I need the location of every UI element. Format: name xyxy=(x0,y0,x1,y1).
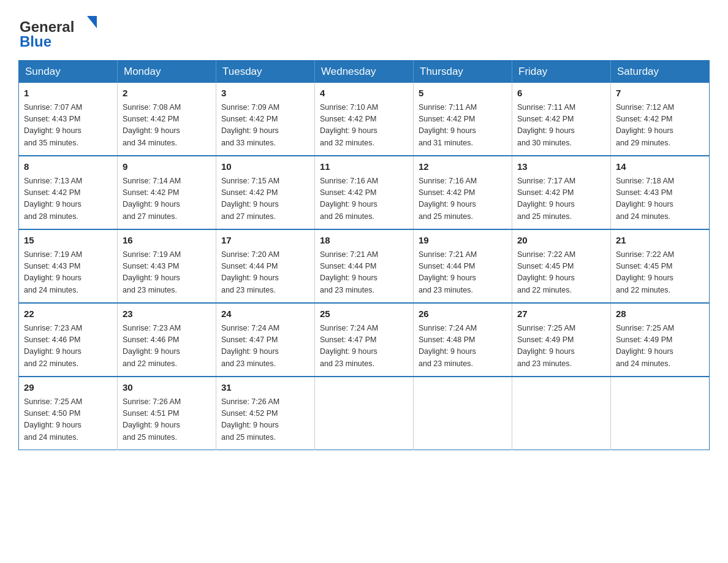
day-number: 20 xyxy=(517,234,605,248)
calendar-cell: 20Sunrise: 7:22 AMSunset: 4:45 PMDayligh… xyxy=(512,229,611,303)
day-info: Sunrise: 7:22 AMSunset: 4:45 PMDaylight:… xyxy=(517,249,605,297)
calendar-cell: 4Sunrise: 7:10 AMSunset: 4:42 PMDaylight… xyxy=(315,83,414,156)
calendar-cell: 29Sunrise: 7:25 AMSunset: 4:50 PMDayligh… xyxy=(19,377,118,450)
day-number: 25 xyxy=(320,307,408,321)
calendar-cell: 27Sunrise: 7:25 AMSunset: 4:49 PMDayligh… xyxy=(512,303,611,377)
day-number: 9 xyxy=(123,160,211,174)
day-number: 31 xyxy=(221,381,309,395)
calendar-cell xyxy=(315,377,414,450)
calendar-cell: 22Sunrise: 7:23 AMSunset: 4:46 PMDayligh… xyxy=(19,303,118,377)
calendar-cell: 13Sunrise: 7:17 AMSunset: 4:42 PMDayligh… xyxy=(512,156,611,229)
day-info: Sunrise: 7:21 AMSunset: 4:44 PMDaylight:… xyxy=(419,249,507,297)
week-row-5: 29Sunrise: 7:25 AMSunset: 4:50 PMDayligh… xyxy=(19,377,710,450)
weekday-header-row: SundayMondayTuesdayWednesdayThursdayFrid… xyxy=(19,61,710,83)
day-number: 27 xyxy=(517,307,605,321)
day-number: 24 xyxy=(221,307,309,321)
week-row-2: 8Sunrise: 7:13 AMSunset: 4:42 PMDaylight… xyxy=(19,156,710,229)
day-info: Sunrise: 7:16 AMSunset: 4:42 PMDaylight:… xyxy=(320,175,408,223)
calendar-cell: 24Sunrise: 7:24 AMSunset: 4:47 PMDayligh… xyxy=(216,303,315,377)
day-info: Sunrise: 7:19 AMSunset: 4:43 PMDaylight:… xyxy=(123,249,211,297)
weekday-header-thursday: Thursday xyxy=(414,61,512,83)
day-number: 29 xyxy=(24,381,112,395)
day-info: Sunrise: 7:11 AMSunset: 4:42 PMDaylight:… xyxy=(517,102,605,150)
calendar-cell: 2Sunrise: 7:08 AMSunset: 4:42 PMDaylight… xyxy=(118,83,216,156)
day-number: 23 xyxy=(123,307,211,321)
day-number: 13 xyxy=(517,160,605,174)
calendar-cell: 11Sunrise: 7:16 AMSunset: 4:42 PMDayligh… xyxy=(315,156,414,229)
day-info: Sunrise: 7:23 AMSunset: 4:46 PMDaylight:… xyxy=(24,323,112,370)
day-info: Sunrise: 7:08 AMSunset: 4:42 PMDaylight:… xyxy=(123,102,211,150)
calendar-cell: 6Sunrise: 7:11 AMSunset: 4:42 PMDaylight… xyxy=(512,83,611,156)
day-number: 7 xyxy=(616,86,704,101)
calendar-cell: 26Sunrise: 7:24 AMSunset: 4:48 PMDayligh… xyxy=(414,303,512,377)
day-info: Sunrise: 7:25 AMSunset: 4:50 PMDaylight:… xyxy=(24,396,112,444)
calendar-cell: 25Sunrise: 7:24 AMSunset: 4:47 PMDayligh… xyxy=(315,303,414,377)
week-row-4: 22Sunrise: 7:23 AMSunset: 4:46 PMDayligh… xyxy=(19,303,710,377)
svg-marker-1 xyxy=(87,16,97,28)
day-number: 11 xyxy=(320,160,408,174)
day-info: Sunrise: 7:15 AMSunset: 4:42 PMDaylight:… xyxy=(221,175,309,223)
calendar-cell: 17Sunrise: 7:20 AMSunset: 4:44 PMDayligh… xyxy=(216,229,315,303)
calendar-cell: 9Sunrise: 7:14 AMSunset: 4:42 PMDaylight… xyxy=(118,156,216,229)
day-number: 30 xyxy=(123,381,211,395)
day-number: 26 xyxy=(419,307,507,321)
calendar-cell: 7Sunrise: 7:12 AMSunset: 4:42 PMDaylight… xyxy=(611,83,710,156)
calendar-cell: 19Sunrise: 7:21 AMSunset: 4:44 PMDayligh… xyxy=(414,229,512,303)
day-number: 6 xyxy=(517,86,605,101)
day-number: 10 xyxy=(221,160,309,174)
week-row-1: 1Sunrise: 7:07 AMSunset: 4:43 PMDaylight… xyxy=(19,83,710,156)
day-info: Sunrise: 7:20 AMSunset: 4:44 PMDaylight:… xyxy=(221,249,309,297)
day-info: Sunrise: 7:11 AMSunset: 4:42 PMDaylight:… xyxy=(419,102,507,150)
calendar-cell: 23Sunrise: 7:23 AMSunset: 4:46 PMDayligh… xyxy=(118,303,216,377)
day-info: Sunrise: 7:24 AMSunset: 4:47 PMDaylight:… xyxy=(221,323,309,370)
page-header: General Blue xyxy=(18,12,710,49)
weekday-header-sunday: Sunday xyxy=(19,61,118,83)
calendar-cell: 30Sunrise: 7:26 AMSunset: 4:51 PMDayligh… xyxy=(118,377,216,450)
logo-svg: General Blue xyxy=(18,12,104,49)
calendar-cell: 3Sunrise: 7:09 AMSunset: 4:42 PMDaylight… xyxy=(216,83,315,156)
calendar-cell: 10Sunrise: 7:15 AMSunset: 4:42 PMDayligh… xyxy=(216,156,315,229)
calendar-cell: 14Sunrise: 7:18 AMSunset: 4:43 PMDayligh… xyxy=(611,156,710,229)
day-info: Sunrise: 7:26 AMSunset: 4:51 PMDaylight:… xyxy=(123,396,211,444)
day-number: 2 xyxy=(123,86,211,101)
day-number: 1 xyxy=(24,86,112,101)
day-info: Sunrise: 7:16 AMSunset: 4:42 PMDaylight:… xyxy=(419,175,507,223)
weekday-header-wednesday: Wednesday xyxy=(315,61,414,83)
day-info: Sunrise: 7:19 AMSunset: 4:43 PMDaylight:… xyxy=(24,249,112,297)
svg-text:General: General xyxy=(20,18,74,35)
calendar-cell xyxy=(414,377,512,450)
calendar-cell: 18Sunrise: 7:21 AMSunset: 4:44 PMDayligh… xyxy=(315,229,414,303)
calendar-cell xyxy=(611,377,710,450)
calendar-cell: 31Sunrise: 7:26 AMSunset: 4:52 PMDayligh… xyxy=(216,377,315,450)
day-info: Sunrise: 7:24 AMSunset: 4:48 PMDaylight:… xyxy=(419,323,507,370)
day-number: 16 xyxy=(123,234,211,248)
day-number: 12 xyxy=(419,160,507,174)
day-info: Sunrise: 7:23 AMSunset: 4:46 PMDaylight:… xyxy=(123,323,211,370)
day-number: 18 xyxy=(320,234,408,248)
day-number: 15 xyxy=(24,234,112,248)
calendar-cell: 1Sunrise: 7:07 AMSunset: 4:43 PMDaylight… xyxy=(19,83,118,156)
calendar-cell xyxy=(512,377,611,450)
day-info: Sunrise: 7:14 AMSunset: 4:42 PMDaylight:… xyxy=(123,175,211,223)
day-number: 21 xyxy=(616,234,704,248)
weekday-header-monday: Monday xyxy=(118,61,216,83)
weekday-header-friday: Friday xyxy=(512,61,611,83)
day-number: 22 xyxy=(24,307,112,321)
calendar-cell: 8Sunrise: 7:13 AMSunset: 4:42 PMDaylight… xyxy=(19,156,118,229)
day-number: 5 xyxy=(419,86,507,101)
week-row-3: 15Sunrise: 7:19 AMSunset: 4:43 PMDayligh… xyxy=(19,229,710,303)
calendar-cell: 5Sunrise: 7:11 AMSunset: 4:42 PMDaylight… xyxy=(414,83,512,156)
calendar-cell: 28Sunrise: 7:25 AMSunset: 4:49 PMDayligh… xyxy=(611,303,710,377)
day-info: Sunrise: 7:17 AMSunset: 4:42 PMDaylight:… xyxy=(517,175,605,223)
calendar-cell: 21Sunrise: 7:22 AMSunset: 4:45 PMDayligh… xyxy=(611,229,710,303)
calendar-cell: 15Sunrise: 7:19 AMSunset: 4:43 PMDayligh… xyxy=(19,229,118,303)
day-info: Sunrise: 7:26 AMSunset: 4:52 PMDaylight:… xyxy=(221,396,309,444)
day-info: Sunrise: 7:07 AMSunset: 4:43 PMDaylight:… xyxy=(24,102,112,150)
day-info: Sunrise: 7:21 AMSunset: 4:44 PMDaylight:… xyxy=(320,249,408,297)
day-info: Sunrise: 7:22 AMSunset: 4:45 PMDaylight:… xyxy=(616,249,704,297)
day-number: 8 xyxy=(24,160,112,174)
day-number: 3 xyxy=(221,86,309,101)
weekday-header-tuesday: Tuesday xyxy=(216,61,315,83)
calendar-table: SundayMondayTuesdayWednesdayThursdayFrid… xyxy=(18,60,710,450)
day-number: 28 xyxy=(616,307,704,321)
